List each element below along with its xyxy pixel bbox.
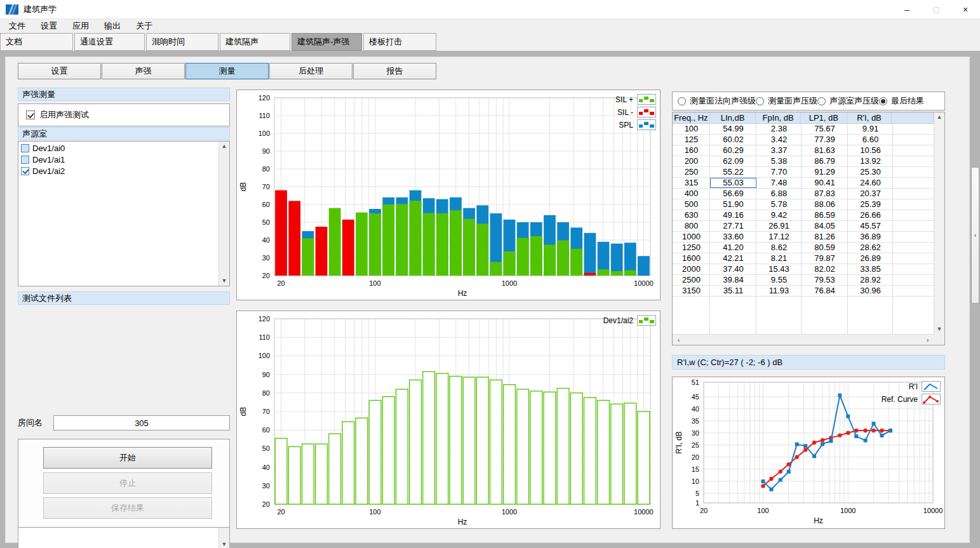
channel-item[interactable]: Dev1/ai0 (18, 142, 218, 154)
table-cell[interactable]: 3.42 (756, 135, 802, 145)
radio-button[interactable] (817, 97, 826, 105)
table-cell[interactable]: 79.53 (802, 275, 848, 285)
table-cell[interactable]: 49.16 (710, 210, 756, 220)
table-header-cell[interactable]: Freq., Hz (673, 112, 710, 123)
table-cell[interactable]: 500 (673, 199, 710, 210)
table-cell[interactable]: 42.21 (710, 253, 756, 264)
channel-checkbox[interactable] (21, 156, 29, 164)
result-view-radio[interactable]: 声源室声压级 (817, 95, 879, 107)
table-cell[interactable]: 91.29 (802, 167, 848, 177)
table-cell[interactable]: 6.60 (848, 135, 893, 145)
main-tab[interactable]: 文档 (0, 33, 73, 51)
table-cell[interactable]: 80.59 (802, 243, 848, 253)
table-cell[interactable]: 315 (673, 178, 710, 188)
table-cell[interactable]: 26.66 (848, 210, 893, 220)
start-button[interactable]: 开始 (43, 447, 212, 469)
sub-tab[interactable]: 声强 (102, 63, 185, 79)
room-name-input[interactable] (53, 415, 230, 431)
sub-tab[interactable]: 测量 (185, 63, 269, 79)
radio-button[interactable] (678, 97, 686, 105)
table-cell[interactable]: 33.60 (710, 232, 756, 242)
scroll-right-icon[interactable]: › (923, 335, 932, 345)
close-button[interactable]: × (951, 0, 980, 18)
table-cell[interactable]: 60.02 (710, 135, 756, 145)
channel-checkbox[interactable] (21, 167, 29, 175)
scroll-down-icon[interactable]: ▼ (219, 276, 229, 286)
legend-item[interactable]: Dev1/ai2 (603, 315, 656, 326)
table-cell[interactable]: 28.92 (848, 275, 893, 285)
table-cell[interactable]: 37.40 (710, 264, 756, 274)
menu-item[interactable]: 文件 (1, 19, 33, 33)
table-cell[interactable]: 2.38 (756, 124, 802, 134)
legend-item[interactable]: Ref. Curve (882, 394, 941, 404)
table-cell[interactable]: 41.20 (710, 243, 756, 253)
scroll-up-icon[interactable]: ▲ (219, 142, 229, 151)
table-cell[interactable]: 630 (673, 210, 710, 220)
table-cell[interactable]: 79.87 (802, 253, 848, 264)
main-tab[interactable]: 建筑隔声-声强 (292, 33, 362, 51)
minimize-button[interactable]: – (892, 0, 922, 18)
table-cell[interactable]: 1250 (673, 243, 710, 253)
sub-tab[interactable]: 设置 (18, 63, 101, 79)
table-cell[interactable]: 55.03 (710, 178, 756, 188)
table-cell[interactable]: 56.69 (710, 189, 756, 199)
table-header-cell[interactable]: LP1, dB (801, 112, 847, 123)
result-view-radio[interactable]: 测量面法向声强级 (678, 95, 756, 107)
sub-tab[interactable]: 后处理 (269, 63, 352, 79)
table-cell[interactable]: 20.37 (848, 189, 893, 199)
scroll-down-icon[interactable]: ▼ (219, 540, 229, 548)
table-cell[interactable]: 28.62 (848, 243, 893, 253)
table-cell[interactable]: 7.48 (756, 178, 802, 188)
result-view-radio[interactable]: 测量面声压级 (756, 95, 817, 107)
table-header-cell[interactable] (892, 112, 934, 123)
table-cell[interactable]: 9.42 (756, 210, 802, 220)
table-cell[interactable]: 8.21 (756, 253, 802, 264)
table-cell[interactable]: 25.30 (848, 167, 893, 177)
radio-button[interactable] (756, 97, 764, 105)
table-cell[interactable]: 1000 (673, 232, 710, 242)
table-cell[interactable]: 35.11 (710, 286, 756, 296)
table-cell[interactable]: 125 (673, 135, 710, 145)
table-cell[interactable]: 33.85 (848, 264, 893, 274)
table-cell[interactable]: 10.56 (848, 145, 893, 156)
table-cell[interactable]: 200 (673, 156, 710, 166)
table-cell[interactable]: 5.38 (756, 156, 802, 166)
legend-item[interactable]: SIL + (615, 94, 656, 105)
table-cell[interactable]: 54.99 (710, 124, 756, 134)
channel-list-scrollbar[interactable]: ▲ ▼ (218, 142, 229, 286)
main-tab[interactable]: 楼板打击 (363, 33, 436, 51)
table-cell[interactable]: 76.84 (802, 286, 848, 296)
table-header-cell[interactable]: LIn,dB (710, 112, 756, 123)
table-cell[interactable]: 15.43 (756, 264, 802, 274)
table-cell[interactable]: 1600 (673, 253, 710, 264)
result-view-radio[interactable]: 最后结果 (879, 95, 939, 107)
enable-si-test-checkbox[interactable] (26, 110, 35, 119)
table-cell[interactable]: 82.02 (802, 264, 848, 274)
table-cell[interactable]: 88.06 (802, 199, 848, 210)
scroll-left-icon[interactable]: ‹ (674, 335, 683, 345)
table-cell[interactable]: 39.84 (710, 275, 756, 285)
table-cell[interactable]: 17.12 (756, 232, 802, 242)
table-cell[interactable]: 9.91 (848, 124, 893, 134)
table-cell[interactable]: 400 (673, 189, 710, 199)
table-cell[interactable]: 60.29 (710, 145, 756, 156)
table-cell[interactable]: 3150 (673, 286, 710, 296)
radio-button[interactable] (879, 97, 887, 105)
table-cell[interactable]: 26.91 (756, 221, 802, 231)
main-tab[interactable]: 通道设置 (74, 33, 145, 51)
table-cell[interactable]: 800 (673, 221, 710, 231)
table-cell[interactable]: 86.79 (802, 156, 848, 166)
table-cell[interactable]: 84.05 (802, 221, 848, 231)
menu-item[interactable]: 应用 (65, 19, 97, 33)
table-cell[interactable]: 250 (673, 167, 710, 177)
table-cell[interactable]: 87.83 (802, 189, 848, 199)
table-cell[interactable]: 36.89 (848, 232, 893, 242)
menu-item[interactable]: 关于 (128, 19, 160, 33)
collapse-panel-button[interactable]: ‹ (971, 167, 979, 304)
menu-item[interactable]: 设置 (33, 19, 65, 33)
table-cell[interactable]: 160 (673, 145, 710, 156)
table-cell[interactable]: 9.55 (756, 275, 802, 285)
main-tab[interactable]: 混响时间 (146, 33, 218, 51)
table-cell[interactable]: 86.59 (802, 210, 848, 220)
table-cell[interactable]: 24.60 (848, 178, 893, 188)
